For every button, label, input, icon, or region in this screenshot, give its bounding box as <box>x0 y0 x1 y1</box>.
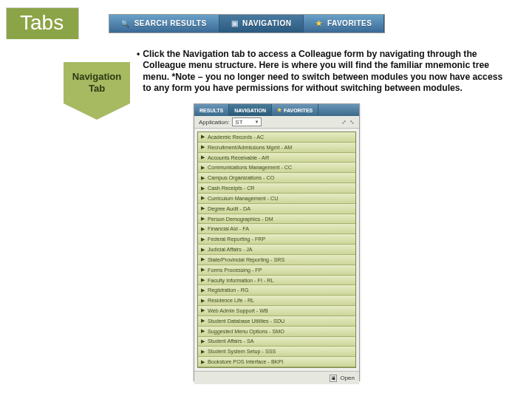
app-tab-strip: RESULTS NAVIGATION ★ FAVORITES <box>194 104 359 116</box>
navigation-tab-chevron: Navigation Tab <box>64 62 130 120</box>
triangle-right-icon: ▶ <box>201 195 205 201</box>
menu-item[interactable]: ▶Communications Management - CC <box>198 163 355 173</box>
menu-item[interactable]: ▶Degree Audit - DA <box>198 204 355 214</box>
menu-footer: ▣ Open <box>194 371 359 384</box>
collapse-icon[interactable]: ⤡ <box>349 119 355 126</box>
triangle-right-icon: ▶ <box>201 328 205 334</box>
app-tab-favorites[interactable]: ★ FAVORITES <box>272 104 318 116</box>
menu-item[interactable]: ▶Cash Receipts - CR <box>198 183 355 194</box>
app-tab-results[interactable]: RESULTS <box>194 104 229 116</box>
menu-item-label: Student System Setup - SSS <box>208 348 276 355</box>
triangle-right-icon: ▶ <box>201 185 205 191</box>
menu-item-label: Financial Aid - FA <box>208 225 249 232</box>
tab-favorites[interactable]: FAVORITES <box>304 15 384 33</box>
menu-item-label: Residence Life - RL <box>208 297 254 304</box>
bullet-icon: • <box>137 49 143 94</box>
description-text: Click the Navigation tab to access a Col… <box>143 49 514 94</box>
app-tab-results-label: RESULTS <box>200 108 223 113</box>
triangle-right-icon: ▶ <box>201 287 205 293</box>
application-select[interactable]: ST ▼ <box>232 117 262 126</box>
triangle-right-icon: ▶ <box>201 154 205 160</box>
menu-item-label: Recruitment/Admissions Mgmt - AM <box>208 144 292 151</box>
triangle-right-icon: ▶ <box>201 175 205 181</box>
tab-search-label: SEARCH RESULTS <box>134 19 207 27</box>
menu-item-label: Accounts Receivable - AR <box>208 154 269 161</box>
triangle-right-icon: ▶ <box>201 247 205 253</box>
menu-item[interactable]: ▶State/Provincial Reporting - SRS <box>198 255 355 265</box>
tab-search-results[interactable]: SEARCH RESULTS <box>109 15 219 33</box>
tab-favorites-label: FAVORITES <box>327 19 372 27</box>
triangle-right-icon: ▶ <box>201 277 205 283</box>
menu-list: ▶Academic Records - AC▶Recruitment/Admis… <box>197 132 356 368</box>
menu-item[interactable]: ▶Recruitment/Admissions Mgmt - AM <box>198 143 355 153</box>
menu-item[interactable]: ▶Bookstore POS Interface - BKPI <box>198 357 355 367</box>
application-label: Application: <box>199 119 229 126</box>
menu-item-label: Judicial Affairs - JA <box>208 246 253 253</box>
triangle-right-icon: ▶ <box>201 165 205 171</box>
menu-item-label: Degree Audit - DA <box>208 205 250 212</box>
menu-item-label: Forms Processing - FP <box>208 267 262 273</box>
triangle-right-icon: ▶ <box>201 256 205 262</box>
menu-item-label: Academic Records - AC <box>208 134 264 140</box>
triangle-right-icon: ▶ <box>201 236 205 242</box>
menu-item[interactable]: ▶Accounts Receivable - AR <box>198 153 355 163</box>
menu-item-label: Suggested Menu Options - SMO <box>208 328 284 335</box>
menu-item[interactable]: ▶Financial Aid - FA <box>198 224 355 234</box>
tab-navigation[interactable]: NAVIGATION <box>219 15 304 33</box>
chevron-down-icon <box>64 103 130 120</box>
description-box: • Click the Navigation tab to access a C… <box>137 49 514 94</box>
menu-item[interactable]: ▶Academic Records - AC <box>198 132 355 143</box>
menu-item[interactable]: ▶Residence Life - RL <box>198 296 355 306</box>
app-tab-navigation[interactable]: NAVIGATION <box>229 104 272 116</box>
triangle-right-icon: ▶ <box>201 318 205 324</box>
grid-icon <box>231 19 239 27</box>
chevron-line1: Navigation <box>72 71 121 83</box>
chevron-down-icon: ▼ <box>254 120 259 124</box>
menu-item-label: Campus Organizations - CO <box>208 174 274 181</box>
triangle-right-icon: ▶ <box>201 307 205 313</box>
menu-item[interactable]: ▶Person Demographics - DM <box>198 214 355 225</box>
menu-item-label: Curriculum Management - CU <box>208 195 278 202</box>
menu-item-label: Cash Receipts - CR <box>208 185 255 191</box>
open-icon: ▣ <box>330 375 337 382</box>
app-tab-navigation-label: NAVIGATION <box>234 108 266 113</box>
menu-item[interactable]: ▶Web Admin Support - WB <box>198 306 355 316</box>
application-value: ST <box>235 119 242 126</box>
menu-item-label: Student Affairs - SA <box>208 338 254 344</box>
star-icon: ★ <box>277 107 282 113</box>
menu-item[interactable]: ▶Student System Setup - SSS <box>198 347 355 357</box>
triangle-right-icon: ▶ <box>201 349 205 355</box>
star-icon <box>316 19 323 27</box>
menu-item[interactable]: ▶Judicial Affairs - JA <box>198 245 355 255</box>
menu-item[interactable]: ▶Curriculum Management - CU <box>198 194 355 204</box>
chevron-line2: Tab <box>72 83 121 95</box>
menu-item[interactable]: ▶Registration - RG <box>198 285 355 296</box>
expand-icon[interactable]: ⤢ <box>341 119 347 126</box>
menu-item[interactable]: ▶Suggested Menu Options - SMO <box>198 327 355 337</box>
triangle-right-icon: ▶ <box>201 205 205 211</box>
triangle-right-icon: ▶ <box>201 226 205 232</box>
menu-item-label: Communications Management - CC <box>208 164 292 171</box>
triangle-right-icon: ▶ <box>201 338 205 344</box>
triangle-right-icon: ▶ <box>201 359 205 365</box>
menu-item[interactable]: ▶Federal Reporting - FRP <box>198 234 355 245</box>
top-tab-strip: SEARCH RESULTS NAVIGATION FAVORITES <box>109 14 385 33</box>
menu-item-label: State/Provincial Reporting - SRS <box>208 256 284 263</box>
triangle-right-icon: ▶ <box>201 298 205 304</box>
menu-item-label: Web Admin Support - WB <box>208 307 268 314</box>
menu-item[interactable]: ▶Campus Organizations - CO <box>198 173 355 183</box>
triangle-right-icon: ▶ <box>201 216 205 222</box>
triangle-right-icon: ▶ <box>201 134 205 140</box>
app-tab-favorites-label: FAVORITES <box>284 108 313 113</box>
menu-item[interactable]: ▶Student Affairs - SA <box>198 337 355 347</box>
menu-item-label: Registration - RG <box>208 287 249 293</box>
open-button[interactable]: Open <box>340 375 355 381</box>
search-icon <box>121 19 130 27</box>
menu-item-label: Bookstore POS Interface - BKPI <box>208 358 283 365</box>
menu-item-label: Person Demographics - DM <box>208 216 273 222</box>
menu-item[interactable]: ▶Faculty Information - FI - RL <box>198 276 355 286</box>
triangle-right-icon: ▶ <box>201 267 205 273</box>
tabs-title-badge: Tabs <box>6 7 79 39</box>
menu-item[interactable]: ▶Forms Processing - FP <box>198 265 355 276</box>
menu-item[interactable]: ▶Student Database Utilities - SDU <box>198 316 355 327</box>
